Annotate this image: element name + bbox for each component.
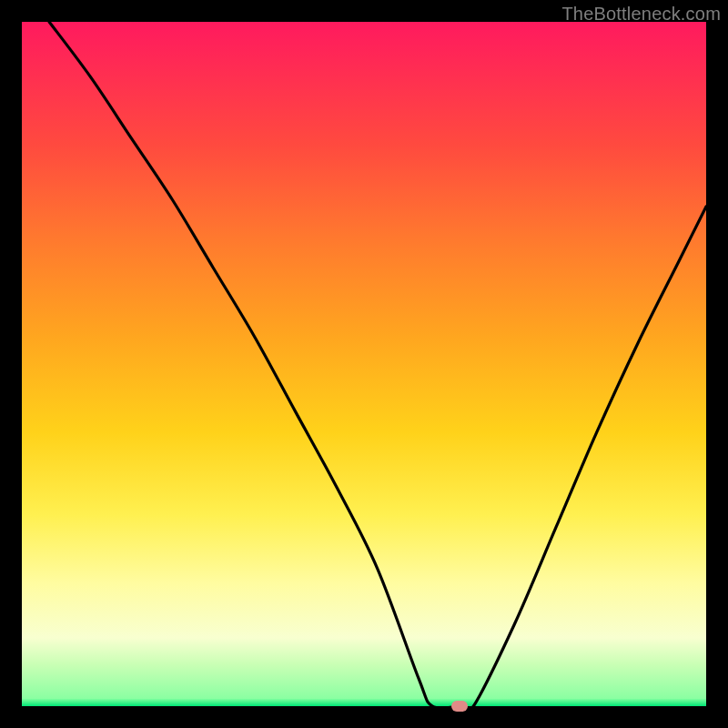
plot-area: [22, 22, 706, 706]
chart-frame: TheBottleneck.com: [0, 0, 728, 728]
watermark: TheBottleneck.com: [561, 4, 721, 25]
bottleneck-curve: [22, 22, 706, 706]
optimum-marker: [451, 701, 468, 712]
